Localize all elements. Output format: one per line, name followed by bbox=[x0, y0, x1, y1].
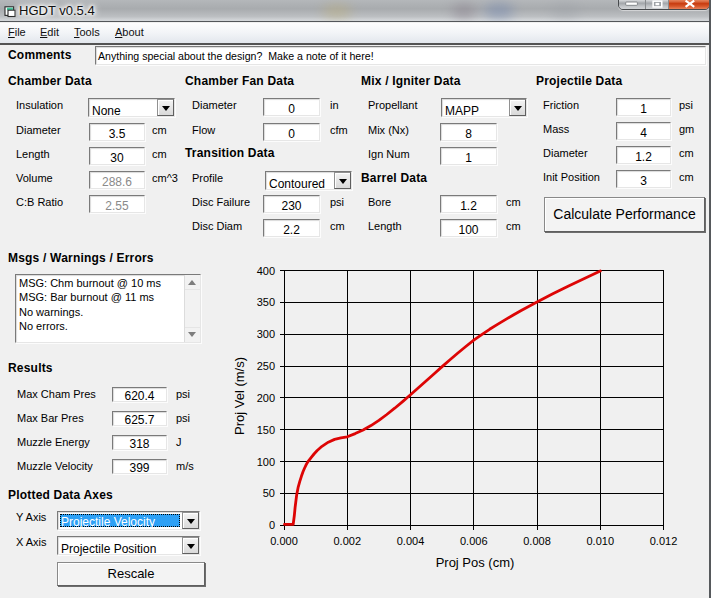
svg-text:350: 350 bbox=[257, 296, 275, 308]
svg-text:0.002: 0.002 bbox=[333, 535, 361, 547]
svg-text:0.000: 0.000 bbox=[270, 535, 298, 547]
svg-text:Proj Pos (cm): Proj Pos (cm) bbox=[436, 555, 515, 570]
svg-text:0: 0 bbox=[269, 519, 275, 531]
svg-text:50: 50 bbox=[263, 487, 275, 499]
svg-text:Proj Vel (m/s): Proj Vel (m/s) bbox=[232, 357, 247, 435]
svg-text:0.004: 0.004 bbox=[397, 535, 425, 547]
svg-text:0.010: 0.010 bbox=[586, 535, 614, 547]
svg-text:400: 400 bbox=[257, 265, 275, 277]
svg-text:100: 100 bbox=[257, 456, 275, 468]
svg-text:250: 250 bbox=[257, 360, 275, 372]
svg-text:0.008: 0.008 bbox=[523, 535, 551, 547]
svg-text:300: 300 bbox=[257, 328, 275, 340]
svg-text:0.006: 0.006 bbox=[460, 535, 488, 547]
svg-text:200: 200 bbox=[257, 392, 275, 404]
svg-text:150: 150 bbox=[257, 424, 275, 436]
svg-text:0.012: 0.012 bbox=[650, 535, 678, 547]
